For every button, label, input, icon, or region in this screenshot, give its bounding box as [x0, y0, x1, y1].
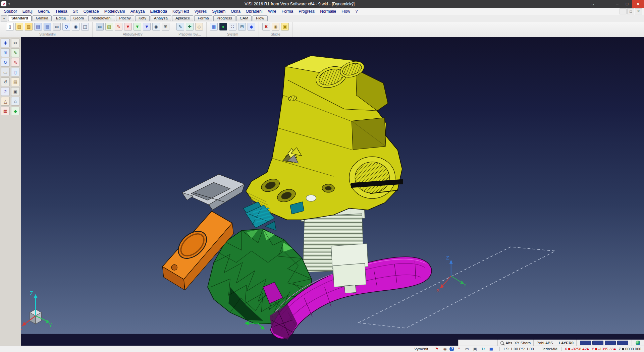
menu-item-soubor[interactable]: Soubor: [1, 8, 20, 14]
menu-item-t-lesa[interactable]: Tělesa: [53, 8, 70, 14]
layer-color-swatch[interactable]: [605, 341, 616, 345]
shading-segment[interactable]: [632, 340, 644, 346]
menu-item-operace[interactable]: Operace: [81, 8, 102, 14]
menu-item-norm-lie[interactable]: Normálie: [317, 8, 339, 14]
menu-item-okna[interactable]: Okna: [228, 8, 243, 14]
part-gray-bracket[interactable]: [182, 174, 245, 210]
profile-icon[interactable]: △: [1, 97, 10, 106]
render-system-icon[interactable]: ●: [219, 23, 227, 31]
save-icon[interactable]: ▤: [34, 23, 42, 31]
redraw-icon[interactable]: *: [455, 347, 462, 352]
layer-selector[interactable]: LAYER0: [556, 340, 576, 346]
notes-icon[interactable]: ▤: [11, 77, 20, 86]
layer-color-swatch[interactable]: [580, 341, 591, 345]
erase-icon[interactable]: ✎: [11, 58, 20, 67]
mdi-close-button[interactable]: ✕: [635, 8, 642, 14]
study-stack-icon[interactable]: ▣: [281, 23, 289, 31]
study-sphere-icon[interactable]: ◉: [272, 23, 279, 31]
grid-settings-icon[interactable]: ▦: [210, 23, 218, 31]
element-attributes-icon[interactable]: ▧: [105, 23, 113, 31]
menu-item-flow[interactable]: Flow: [339, 8, 353, 14]
plot-icon[interactable]: ▭: [1, 68, 10, 76]
print-icon[interactable]: ▭: [53, 23, 61, 31]
snapshot-icon[interactable]: ◉: [441, 347, 448, 352]
workplane-rotate-icon[interactable]: ◇: [195, 23, 203, 31]
fill-color-icon[interactable]: ◆: [11, 107, 20, 115]
swap-flag-icon[interactable]: ⚑: [433, 347, 440, 352]
tab-cam[interactable]: CAM: [236, 15, 252, 21]
menu-item-k-ty-text[interactable]: Kóty/Text: [170, 8, 192, 14]
shading-sphere-icon[interactable]: [636, 341, 640, 345]
scissors-icon[interactable]: ✂: [11, 39, 20, 47]
workplane-icon[interactable]: ✎: [176, 23, 184, 31]
tab-edituj[interactable]: Edituj: [53, 15, 69, 21]
mdi-restore-button[interactable]: □: [627, 8, 634, 14]
view-cube-icon[interactable]: ▣: [472, 347, 478, 352]
tab-overflow-button[interactable]: ▾: [1, 15, 7, 21]
quick-access-caret-icon[interactable]: ▾: [7, 2, 11, 6]
swap-button[interactable]: Vyměnit: [412, 347, 430, 351]
part-yellow-clamp[interactable]: [246, 56, 403, 220]
zoom-icon[interactable]: Q: [62, 23, 70, 31]
monitor-icon[interactable]: ▭: [464, 347, 470, 352]
tab-forma[interactable]: Forma: [194, 15, 212, 21]
help-icon[interactable]: ?: [449, 347, 454, 351]
filter-green-icon[interactable]: ▼: [133, 23, 141, 31]
home-view-icon[interactable]: ⌂: [11, 97, 20, 106]
tab-standard[interactable]: Standard: [8, 15, 32, 21]
workplane-align-icon[interactable]: ✚: [186, 23, 194, 31]
menu-item-item-19[interactable]: ?: [353, 8, 361, 14]
tab-aplikace[interactable]: Aplikace: [172, 15, 193, 21]
menu-item-edituj[interactable]: Edituj: [20, 8, 35, 14]
tab-plochy[interactable]: Plochy: [116, 15, 135, 21]
viewport-3d-scene[interactable]: Z X Y: [21, 37, 644, 340]
close-button[interactable]: ✕: [632, 0, 644, 8]
mdi-minimize-button[interactable]: –: [620, 8, 627, 14]
tab-grafika[interactable]: Grafika: [33, 15, 52, 21]
grid-toggle-icon[interactable]: ▦: [488, 347, 494, 352]
menu-item-geom[interactable]: Geom.: [35, 8, 53, 14]
minimize-button[interactable]: –: [612, 0, 622, 8]
app-icon[interactable]: V: [1, 1, 6, 6]
filter-red-icon[interactable]: ▼: [124, 23, 132, 31]
screen-attributes-icon[interactable]: ▭: [96, 23, 104, 31]
window-columns-icon[interactable]: ◫: [81, 23, 89, 31]
menu-item-syst-m[interactable]: Systém: [209, 8, 228, 14]
save-copy-icon[interactable]: ▤: [44, 23, 51, 31]
tab-modelov-n[interactable]: Modelování: [88, 15, 115, 21]
refresh-icon[interactable]: ↻: [480, 347, 486, 352]
shaded-cube-icon[interactable]: ▣: [11, 87, 20, 96]
menu-item-forma[interactable]: Forma: [279, 8, 296, 14]
layer-color-swatch[interactable]: [617, 341, 628, 345]
menu-item-s[interactable]: Síť: [70, 8, 81, 14]
view-mode-selector[interactable]: Abs. XY Shora: [497, 340, 533, 346]
layer-color-swatch[interactable]: [592, 341, 603, 345]
tab-k-ty[interactable]: Kóty: [135, 15, 150, 21]
menu-item-anal-za[interactable]: Analýza: [128, 8, 148, 14]
menu-item-elektroda[interactable]: Elektroda: [147, 8, 170, 14]
maximize-button[interactable]: □: [622, 0, 632, 8]
tab-progress[interactable]: Progress: [213, 15, 235, 21]
preview-icon[interactable]: ◉: [72, 23, 79, 31]
resize-window-button[interactable]: ↔: [588, 0, 598, 8]
cylinder-icon[interactable]: ▯: [11, 68, 20, 76]
import-file-icon[interactable]: ▨: [25, 23, 33, 31]
menu-item-v-kres[interactable]: Výkres: [192, 8, 209, 14]
snap-settings-icon[interactable]: ⊞: [238, 23, 246, 31]
menu-item-obr-b-n[interactable]: Obrábění: [243, 8, 265, 14]
new-document-icon[interactable]: ▯: [6, 23, 14, 31]
copy-attributes-icon[interactable]: ⊞: [162, 23, 169, 31]
color-grid-icon[interactable]: ▦: [1, 107, 10, 115]
viewport[interactable]: Z X Y: [21, 37, 644, 340]
snap-point-icon[interactable]: ⊞: [1, 48, 10, 57]
tab-flow[interactable]: Flow: [253, 15, 267, 21]
tab-anal-za[interactable]: Analýza: [151, 15, 171, 21]
menu-item-wire[interactable]: Wire: [265, 8, 279, 14]
filter-blue-icon[interactable]: ▼: [143, 23, 151, 31]
point-grid-icon[interactable]: ∷: [229, 23, 236, 31]
study-tool-icon[interactable]: ✖: [262, 23, 270, 31]
tab-geom[interactable]: Geom: [70, 15, 87, 21]
open-file-icon[interactable]: ▨: [15, 23, 23, 31]
gem-icon[interactable]: ◆: [248, 23, 255, 31]
change-attributes-icon[interactable]: ✎: [115, 23, 122, 31]
